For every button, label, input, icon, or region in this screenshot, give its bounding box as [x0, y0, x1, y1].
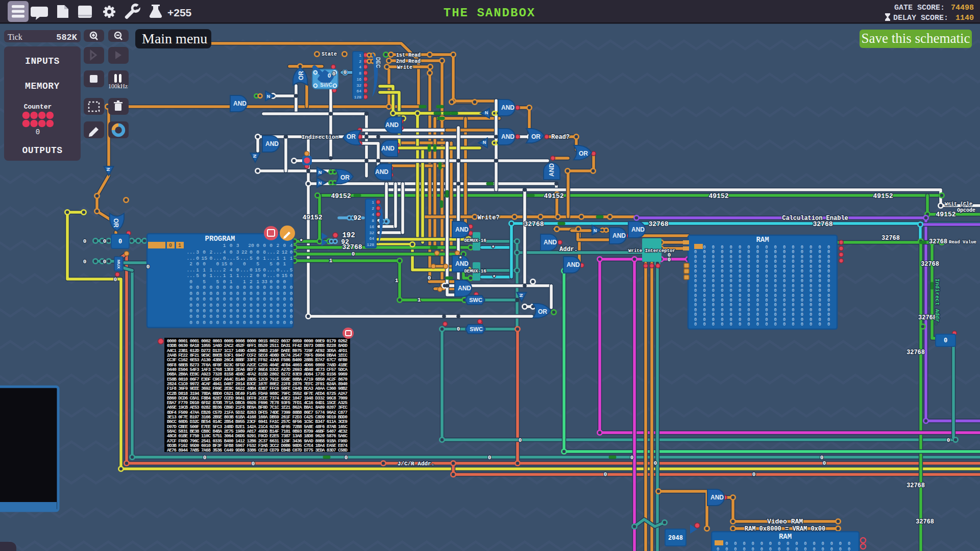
- svg-text:AND: AND: [233, 100, 247, 107]
- svg-text:RAM 0x8000 = VRAM 0x00: RAM 0x8000 = VRAM 0x00: [745, 525, 825, 533]
- svg-text:OR: OR: [347, 133, 356, 140]
- svg-text:0: 0: [270, 308, 273, 314]
- svg-text:0: 0: [196, 285, 199, 290]
- svg-text:32768: 32768: [342, 243, 362, 251]
- svg-text:MUX: MUX: [116, 260, 121, 269]
- svg-text:0: 0: [290, 296, 293, 302]
- svg-text:0: 0: [290, 303, 293, 308]
- svg-text:...: ...: [227, 256, 235, 261]
- svg-text:1: 1: [209, 267, 212, 273]
- svg-text:0: 0: [276, 291, 279, 296]
- svg-text:0: 0: [263, 314, 266, 319]
- svg-text:1: 1: [283, 256, 286, 261]
- svg-text:49152: 49152: [936, 211, 955, 218]
- svg-text:0: 0: [256, 285, 259, 290]
- svg-text:0: 0: [216, 320, 219, 325]
- svg-text:0: 0: [488, 455, 492, 461]
- svg-text:...: ...: [267, 273, 276, 279]
- svg-text:0: 0: [519, 437, 522, 443]
- svg-text:0: 0: [230, 320, 233, 325]
- svg-text:4: 4: [372, 212, 374, 217]
- svg-text:0: 0: [223, 314, 226, 319]
- svg-text:0: 0: [290, 308, 293, 314]
- svg-text:92: 92: [353, 214, 361, 222]
- svg-text:0 0 0 0 0 0 0 0 0 0 0 0 0 0 0: 0 0 0 0 0 0 0 0 0 0 0 0 0 0 0 0: [694, 322, 830, 327]
- svg-text:0: 0: [236, 296, 239, 302]
- svg-text:0: 0: [196, 303, 199, 308]
- svg-text:0: 0: [216, 291, 219, 296]
- svg-text:AND: AND: [544, 239, 557, 246]
- svg-text:0: 0: [223, 256, 226, 261]
- svg-text:0: 0: [203, 320, 206, 325]
- svg-text:0: 0: [283, 279, 286, 285]
- svg-text:0: 0: [203, 291, 206, 296]
- svg-text:Main menu: Main menu: [142, 31, 207, 46]
- svg-text:15: 15: [255, 267, 261, 273]
- svg-text:32768: 32768: [906, 349, 925, 356]
- svg-text:1: 1: [223, 273, 226, 279]
- svg-text:0: 0: [243, 308, 246, 314]
- svg-text:AND: AND: [501, 133, 514, 140]
- svg-text:0: 0: [196, 296, 199, 302]
- svg-text:0: 0: [223, 320, 226, 325]
- svg-text:0: 0: [283, 314, 286, 319]
- svg-text:8: 8: [359, 71, 361, 76]
- svg-text:0: 0: [276, 267, 279, 273]
- svg-text:0: 0: [189, 291, 192, 296]
- svg-text:...: ...: [186, 267, 195, 273]
- svg-text:0: 0: [230, 314, 233, 319]
- svg-text:0: 0: [276, 303, 279, 308]
- svg-text:AND: AND: [612, 232, 626, 239]
- svg-text:0: 0: [352, 251, 355, 257]
- svg-text:0: 0: [250, 249, 253, 255]
- svg-text:1140: 1140: [955, 14, 974, 22]
- svg-text:0: 0: [654, 460, 657, 466]
- svg-text:0: 0: [668, 257, 671, 263]
- svg-text:0: 0: [250, 308, 253, 314]
- svg-text:128: 128: [354, 95, 362, 99]
- svg-text:15: 15: [222, 261, 228, 267]
- svg-text:Save this schematic: Save this schematic: [862, 31, 970, 46]
- svg-text:0: 0: [290, 285, 293, 290]
- svg-text:Write: Write: [397, 65, 412, 70]
- svg-text:0: 0: [263, 291, 266, 296]
- svg-text:0: 0: [263, 285, 266, 290]
- svg-text:0: 0: [216, 261, 219, 267]
- svg-text:+255: +255: [167, 7, 192, 18]
- svg-text:Video RAM: Video RAM: [767, 518, 803, 525]
- svg-text:0: 0: [196, 261, 199, 267]
- svg-text:1: 1: [418, 297, 421, 303]
- svg-text:1: 1: [178, 243, 181, 248]
- svg-text:...: ...: [213, 273, 222, 279]
- svg-text:32768: 32768: [921, 261, 939, 268]
- svg-text:0: 0: [203, 273, 206, 279]
- svg-text:0: 0: [276, 314, 279, 319]
- svg-text:DEC: DEC: [375, 57, 381, 68]
- svg-text:AND: AND: [548, 163, 555, 177]
- svg-text:74498: 74498: [951, 4, 974, 12]
- svg-text:AND: AND: [567, 261, 580, 268]
- svg-text:0: 0: [263, 320, 266, 325]
- svg-text:0: 0: [263, 273, 266, 279]
- svg-text:0: 0: [209, 314, 212, 319]
- svg-text:0: 0: [752, 471, 756, 478]
- svg-text:0: 0: [223, 303, 226, 308]
- svg-text:AND: AND: [710, 494, 724, 501]
- svg-text:OR: OR: [112, 218, 119, 228]
- svg-text:Writ (Cle: Writ (Cle: [945, 202, 972, 207]
- svg-text:32: 32: [369, 231, 374, 235]
- svg-text:5: 5: [196, 273, 199, 279]
- svg-text:N: N: [252, 155, 257, 158]
- svg-text:DELAY SCORE:: DELAY SCORE:: [893, 14, 948, 22]
- svg-text:0: 0: [236, 267, 239, 273]
- svg-text:0: 0: [236, 320, 239, 325]
- svg-text:0: 0: [209, 285, 212, 290]
- svg-text:1: 1: [359, 53, 361, 58]
- svg-text:4: 4: [290, 243, 293, 248]
- svg-text:AND: AND: [375, 168, 388, 176]
- svg-text:0: 0: [263, 243, 266, 248]
- svg-text:0: 0: [203, 285, 206, 290]
- svg-text:*: *: [492, 245, 495, 251]
- svg-text:0: 0: [283, 303, 286, 308]
- svg-text:1: 1: [230, 273, 233, 279]
